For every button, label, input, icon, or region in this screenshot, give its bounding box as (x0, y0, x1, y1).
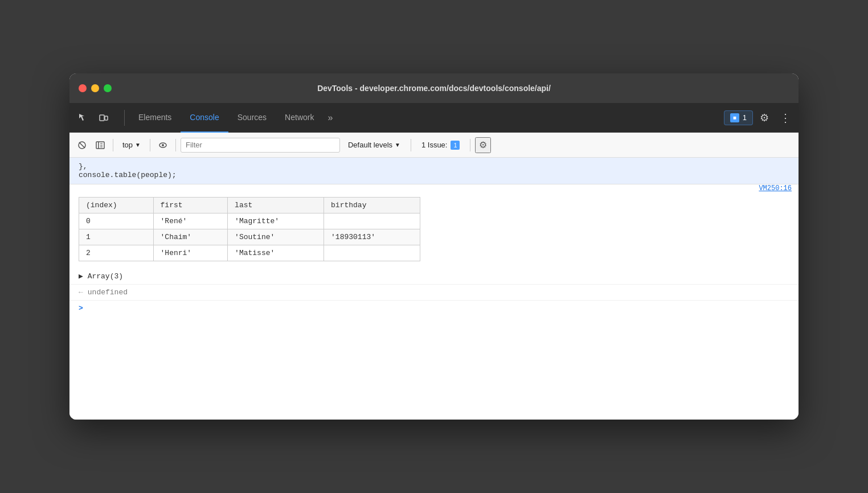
toolbar-divider-3 (175, 139, 176, 151)
toolbar-separator-2 (470, 139, 470, 151)
console-settings-button[interactable]: ⚙ (475, 137, 491, 153)
eye-icon[interactable] (155, 137, 171, 153)
issues-count-button[interactable]: 1 Issue: 1 (416, 139, 466, 151)
cell-index: 1 (79, 229, 154, 245)
more-options-icon[interactable]: ⋮ (776, 109, 794, 127)
col-birthday: birthday (324, 198, 420, 213)
tab-sources[interactable]: Sources (228, 103, 276, 133)
svg-rect-0 (100, 115, 104, 121)
table-header-row: (index) first last birthday (79, 198, 420, 213)
levels-chevron-icon: ▼ (395, 142, 400, 148)
cell-birthday: '18930113' (324, 229, 420, 245)
cell-birthday (324, 245, 420, 261)
undefined-value: undefined (88, 288, 128, 297)
tab-icon-group (74, 109, 113, 127)
cell-last: 'Magritte' (228, 213, 324, 229)
close-button[interactable] (79, 84, 87, 92)
table-container: VM250:16 (index) first last birthday 0'R… (69, 184, 799, 268)
tab-elements[interactable]: Elements (129, 103, 181, 133)
cell-index: 0 (79, 213, 154, 229)
cell-birthday (324, 213, 420, 229)
issues-icon: ■ (730, 113, 739, 122)
code-line-2: console.table(people); (79, 171, 177, 179)
traffic-lights (79, 84, 112, 92)
chevron-down-icon: ▼ (135, 142, 141, 148)
cell-last: 'Soutine' (228, 229, 324, 245)
console-table: (index) first last birthday 0'René''Magr… (79, 197, 420, 261)
cell-first: 'René' (153, 213, 228, 229)
context-selector[interactable]: top ▼ (118, 139, 145, 150)
tabs-bar: Elements Console Sources Network » ■ 1 ⚙… (69, 103, 799, 133)
console-toolbar: top ▼ Default levels ▼ 1 Issue: 1 ⚙ (69, 133, 799, 158)
device-toolbar-icon[interactable] (95, 109, 113, 127)
cell-index: 2 (79, 245, 154, 261)
vm-link[interactable]: VM250:16 (759, 184, 792, 192)
minimize-button[interactable] (91, 84, 99, 92)
tab-right-icons: ■ 1 ⚙ ⋮ (724, 109, 794, 127)
table-row: 0'René''Magritte' (79, 213, 420, 229)
undefined-line: ← undefined (69, 284, 799, 300)
filter-input[interactable] (181, 138, 340, 153)
tab-divider (124, 110, 125, 126)
table-wrapper: (index) first last birthday 0'René''Magr… (69, 192, 799, 266)
cell-first: 'Henri' (153, 245, 228, 261)
table-row: 2'Henri''Matisse' (79, 245, 420, 261)
prompt-icon: > (79, 304, 83, 313)
code-line-1: }, (79, 162, 88, 171)
array-label: ▶ Array(3) (79, 272, 123, 281)
toolbar-separator (411, 139, 411, 151)
col-index: (index) (79, 198, 154, 213)
toolbar-divider-2 (150, 139, 150, 151)
inspect-element-icon[interactable] (74, 109, 92, 127)
issues-mini-badge: 1 (451, 141, 460, 150)
more-tabs-button[interactable]: » (323, 113, 337, 123)
console-content: }, console.table(people); VM250:16 (inde… (69, 158, 799, 420)
tab-console[interactable]: Console (181, 103, 228, 133)
default-levels-button[interactable]: Default levels ▼ (342, 139, 406, 151)
tab-network[interactable]: Network (276, 103, 323, 133)
cell-last: 'Matisse' (228, 245, 324, 261)
cell-first: 'Chaim' (153, 229, 228, 245)
col-first: first (153, 198, 228, 213)
prompt-line[interactable]: > (69, 300, 799, 316)
sidebar-toggle-button[interactable] (92, 137, 108, 153)
return-arrow-icon: ← (79, 288, 83, 297)
code-block: }, console.table(people); (69, 158, 799, 184)
maximize-button[interactable] (104, 84, 112, 92)
clear-console-button[interactable] (74, 137, 90, 153)
titlebar: DevTools - developer.chrome.com/docs/dev… (69, 73, 799, 103)
col-last: last (228, 198, 324, 213)
toolbar-divider-1 (113, 139, 113, 151)
svg-rect-1 (105, 116, 108, 120)
svg-point-10 (162, 144, 164, 146)
array-toggle[interactable]: ▶ Array(3) (69, 268, 799, 284)
table-row: 1'Chaim''Soutine''18930113' (79, 229, 420, 245)
settings-icon[interactable]: ⚙ (755, 109, 773, 127)
devtools-window: DevTools - developer.chrome.com/docs/dev… (69, 73, 799, 420)
svg-line-3 (79, 142, 85, 148)
window-title: DevTools - developer.chrome.com/docs/dev… (317, 84, 551, 93)
issues-button[interactable]: ■ 1 (724, 110, 753, 125)
